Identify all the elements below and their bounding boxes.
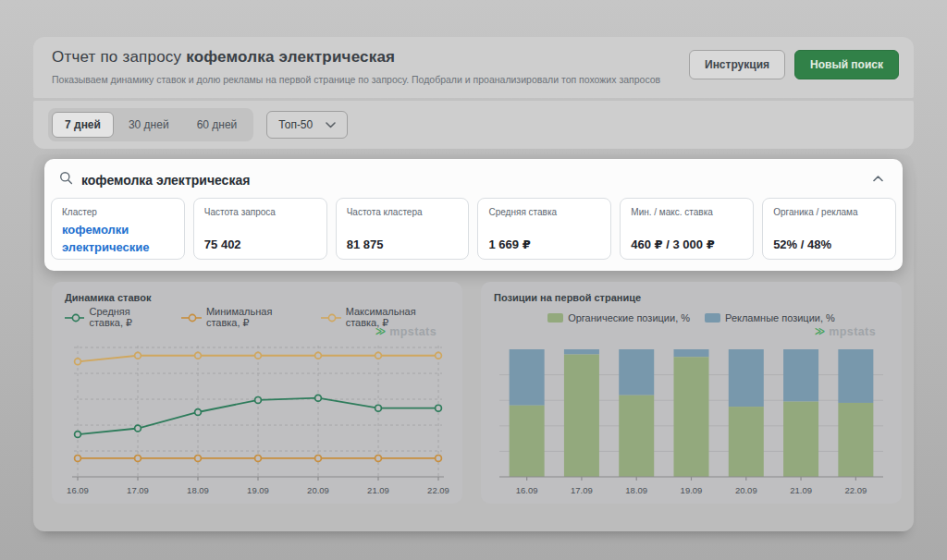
stat-value: 52% / 48% [773, 237, 885, 251]
x-tick-label: 17.09 [127, 485, 149, 495]
query-text: кофемолка электрическая [81, 173, 250, 188]
positions-title: Позиции на первой странице [494, 292, 889, 303]
stat-label: Частота запроса [204, 207, 316, 217]
stat-card-min-max-bid: Мин. / макс. ставка 460 ₽ / 3 000 ₽ [620, 198, 754, 260]
watermark-text: mpstats [829, 325, 876, 338]
stat-cards-row: Кластер кофемолки электрические Частота … [44, 196, 903, 260]
legend-item[interactable]: Рекламные позиции, % [705, 312, 835, 323]
ads-bar-segment[interactable] [564, 349, 599, 355]
mpstats-logo-icon: ≫ [815, 326, 826, 336]
stat-value: 75 402 [204, 237, 316, 251]
query-summary-panel: кофемолка электрическая Кластер кофемолк… [44, 159, 903, 271]
ads-bar-segment[interactable] [783, 349, 818, 402]
report-header: Отчет по запросу кофемолка электрическая… [33, 37, 914, 98]
stat-card-query-frequency: Частота запроса 75 402 [193, 198, 327, 260]
stat-card-cluster-frequency: Частота кластера 81 875 [336, 198, 470, 260]
x-tick-label: 18.09 [187, 485, 209, 495]
x-tick-label: 18.09 [625, 485, 647, 495]
legend-item[interactable]: Средняя ставка, ₽ [65, 306, 166, 329]
report-page: Отчет по запросу кофемолка электрическая… [0, 0, 947, 560]
filter-bar: 7 дней 30 дней 60 дней Топ-50 [33, 101, 914, 149]
stat-value: 1 669 ₽ [488, 237, 600, 251]
legend-label: Рекламные позиции, % [725, 312, 835, 323]
mpstats-logo-icon: ≫ [375, 326, 387, 336]
stat-value: 81 875 [347, 237, 459, 251]
bid-dynamics-legend: Средняя ставка, ₽Минимальная ставка, ₽Ма… [65, 311, 449, 323]
positions-chart-card: Позиции на первой странице Органические … [481, 282, 902, 504]
bid-dynamics-plot: 16.0917.0918.0919.0920.0921.0922.09 [65, 338, 449, 510]
bid-dynamics-title: Динамика ставок [65, 292, 449, 303]
organic-bar-segment[interactable] [674, 357, 709, 477]
legend-label: Средняя ставка, ₽ [89, 306, 166, 329]
ads-bar-segment[interactable] [838, 349, 873, 403]
organic-bar-segment[interactable] [783, 402, 818, 477]
x-tick-label: 16.09 [67, 485, 89, 495]
legend-swatch-icon [705, 313, 720, 323]
x-tick-label: 21.09 [790, 485, 812, 495]
positions-legend: Органические позиции, %Рекламные позиции… [494, 311, 889, 323]
bid-dynamics-chart-card: Динамика ставок Средняя ставка, ₽Минимал… [52, 282, 462, 504]
organic-bar-segment[interactable] [619, 396, 654, 477]
organic-bar-segment[interactable] [564, 355, 599, 477]
legend-line-marker-icon [321, 313, 340, 323]
ads-bar-segment[interactable] [674, 349, 709, 357]
x-tick-label: 20.09 [735, 485, 757, 495]
period-segmented-control: 7 дней 30 дней 60 дней [48, 108, 253, 141]
query-row: кофемолка электрическая [44, 159, 903, 196]
watermark: ≫ mpstats [494, 324, 889, 338]
x-tick-label: 16.09 [516, 485, 538, 495]
legend-line-marker-icon [65, 313, 84, 323]
x-tick-label: 17.09 [571, 485, 593, 495]
legend-item[interactable]: Органические позиции, % [547, 312, 690, 323]
x-tick-label: 20.09 [307, 485, 329, 495]
legend-swatch-icon [547, 313, 563, 323]
stat-card-organic-ads: Органика / реклама 52% / 48% [762, 198, 896, 260]
chevron-down-icon [326, 122, 336, 128]
legend-line-marker-icon [181, 313, 201, 323]
period-30-days[interactable]: 30 дней [116, 112, 182, 138]
legend-label: Минимальная ставка, ₽ [206, 306, 306, 329]
legend-item[interactable]: Минимальная ставка, ₽ [181, 306, 306, 329]
stat-card-cluster: Кластер кофемолки электрические [51, 198, 185, 260]
top-n-select-value: Топ-50 [278, 118, 313, 131]
stat-value: 460 ₽ / 3 000 ₽ [631, 237, 743, 251]
instruction-button[interactable]: Инструкция [689, 50, 785, 79]
new-search-button[interactable]: Новый поиск [794, 50, 899, 79]
x-tick-label: 19.09 [681, 485, 703, 495]
page-title-query: кофемолка электрическая [186, 48, 395, 66]
stat-label: Средняя ставка [488, 207, 600, 217]
top-n-select[interactable]: Топ-50 [266, 111, 348, 139]
collapse-chevron-up-icon[interactable] [869, 170, 886, 187]
search-icon [59, 171, 73, 189]
watermark-text: mpstats [389, 325, 437, 338]
stat-label: Мин. / макс. ставка [631, 207, 743, 217]
x-tick-label: 22.09 [427, 485, 449, 495]
positions-plot: 16.0917.0918.0919.0920.0921.0922.09 [494, 338, 889, 510]
organic-bar-segment[interactable] [510, 406, 545, 477]
organic-bar-segment[interactable] [838, 403, 873, 477]
ads-bar-segment[interactable] [729, 349, 764, 407]
legend-label: Органические позиции, % [568, 312, 690, 323]
ads-bar-segment[interactable] [619, 349, 654, 396]
stat-card-average-bid: Средняя ставка 1 669 ₽ [477, 198, 611, 260]
period-60-days[interactable]: 60 дней [184, 112, 251, 138]
cluster-link[interactable]: кофемолки электрические [62, 222, 174, 257]
x-tick-label: 22.09 [844, 485, 867, 495]
x-tick-label: 21.09 [367, 485, 389, 495]
ads-bar-segment[interactable] [510, 349, 545, 406]
x-tick-label: 19.09 [247, 485, 269, 495]
stat-label: Органика / реклама [773, 207, 885, 217]
page-title-prefix: Отчет по запросу [52, 48, 181, 66]
period-7-days[interactable]: 7 дней [52, 112, 114, 138]
organic-bar-segment[interactable] [729, 407, 764, 477]
stat-label: Частота кластера [347, 207, 459, 217]
stat-label: Кластер [62, 207, 174, 217]
